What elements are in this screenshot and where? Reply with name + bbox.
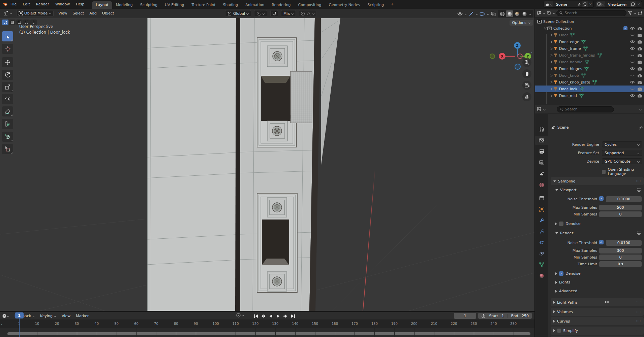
timeline-channels[interactable]	[0, 328, 534, 337]
vp-denoise-row[interactable]: Denoise	[555, 222, 581, 226]
playhead-line[interactable]	[19, 318, 20, 337]
tool-annotate[interactable]	[2, 106, 13, 116]
workspace-tab-compositing[interactable]: Compositing	[295, 1, 325, 9]
camera-visibility-icon[interactable]	[637, 80, 642, 84]
r-denoise-checkbox[interactable]: ✓	[559, 271, 563, 276]
eye-open-icon[interactable]	[630, 67, 635, 70]
outliner-row-door_mid[interactable]: Door_mid	[535, 92, 644, 99]
3d-viewport[interactable]: User Perspective (1) Collection | Door_l…	[0, 18, 534, 311]
chevron-right-icon[interactable]	[549, 81, 553, 84]
outliner-row-door_knob[interactable]: Door_knob	[535, 72, 644, 79]
panel-checkbox[interactable]	[557, 329, 561, 333]
workspace-tab-scripting[interactable]: Scripting	[364, 1, 388, 9]
blender-logo-icon[interactable]	[3, 2, 7, 7]
properties-editor-type-button[interactable]	[537, 107, 542, 112]
select-mode-extend[interactable]	[9, 20, 16, 25]
tool-shear-cut[interactable]	[2, 144, 13, 154]
camera-visibility-icon[interactable]	[637, 60, 642, 64]
snap-toggle-button[interactable]	[270, 10, 278, 17]
chevron-right-icon[interactable]	[549, 61, 553, 64]
gizmo-x-neg[interactable]	[517, 54, 523, 59]
properties-search[interactable]	[557, 106, 614, 112]
playhead-current-frame[interactable]: 1	[15, 312, 24, 318]
tool-select-box[interactable]	[2, 31, 13, 41]
workspace-tab-animation[interactable]: Animation	[242, 1, 268, 9]
eye-open-icon[interactable]	[630, 47, 635, 50]
tab-world[interactable]	[535, 180, 548, 190]
editor-type-button[interactable]	[1, 10, 14, 17]
tool-move[interactable]	[2, 57, 13, 67]
panel-curves[interactable]: Curves∷∷	[551, 317, 644, 325]
sidebar-collapse-arrow[interactable]: ‹	[531, 50, 532, 55]
eye-open-icon[interactable]	[630, 40, 635, 43]
collection-checkbox[interactable]: ✓	[623, 26, 627, 30]
camera-visibility-icon[interactable]	[637, 87, 642, 91]
timeline-menu-keying[interactable]: Keying	[37, 314, 59, 318]
eye-open-icon[interactable]	[630, 80, 635, 84]
row-lights[interactable]: Lights	[555, 280, 570, 284]
properties-options-chevron[interactable]	[639, 108, 642, 110]
tab-render[interactable]	[535, 136, 548, 145]
timeline-scrollbar[interactable]	[7, 332, 530, 335]
viewport-menu-select[interactable]: Select	[70, 11, 87, 15]
chevron-right-icon[interactable]	[549, 47, 553, 50]
pivot-point-dropdown[interactable]	[254, 10, 267, 17]
timeline-editor-type-button[interactable]	[2, 313, 7, 318]
end-frame-field[interactable]: End 250	[511, 314, 529, 318]
add-workspace-button[interactable]: +	[388, 1, 397, 8]
gizmo-y-neg[interactable]	[490, 54, 495, 59]
object-visibility-dropdown[interactable]	[457, 10, 463, 17]
current-frame-field[interactable]: 1	[454, 313, 476, 319]
workspace-tab-texture-paint[interactable]: Texture Paint	[188, 1, 219, 9]
options-dropdown[interactable]: Options	[510, 20, 533, 26]
timeline-expand-arrow[interactable]: ›	[1, 322, 2, 327]
vp-noise-threshold-checkbox[interactable]: ✓	[599, 196, 604, 201]
tool-measure[interactable]	[2, 119, 13, 129]
vp-noise-threshold-value[interactable]: 0.1000	[606, 196, 642, 202]
filter-icon[interactable]	[628, 11, 633, 15]
outliner-row-door_lock[interactable]: Door_lock	[535, 86, 644, 92]
outliner-row-collection[interactable]: Collection✓	[535, 25, 644, 32]
tab-physics[interactable]	[535, 238, 548, 247]
timeline-ruler[interactable]: 1102030405060708090100110120130140150160…	[0, 320, 534, 328]
chevron-right-icon[interactable]	[549, 94, 553, 97]
start-frame-field[interactable]: Start 1	[489, 314, 504, 318]
pan-hand-button[interactable]	[522, 69, 531, 78]
chevron-right-icon[interactable]	[549, 34, 553, 37]
play-reverse-button[interactable]	[267, 313, 274, 319]
tool-scale[interactable]	[2, 82, 13, 92]
ortho-toggle-button[interactable]	[522, 92, 531, 101]
time-limit-value[interactable]: 0 s	[599, 261, 642, 267]
mode-dropdown[interactable]: Object Mode	[16, 10, 54, 17]
feature-set-dropdown[interactable]: Supported	[602, 150, 642, 156]
camera-visibility-icon[interactable]	[637, 40, 642, 44]
tool-transform[interactable]	[2, 94, 13, 104]
chevron-right-icon[interactable]	[549, 40, 553, 43]
r-min-samples-value[interactable]: 0	[599, 255, 642, 260]
workspace-tab-layout[interactable]: Layout	[92, 1, 112, 9]
next-keyframe-button[interactable]	[282, 313, 289, 319]
properties-search-input[interactable]	[565, 107, 611, 111]
render-engine-dropdown[interactable]: Cycles	[602, 141, 642, 147]
shading-material-button[interactable]	[513, 10, 521, 17]
panel-light-paths[interactable]: Light Paths∷∷	[551, 298, 644, 306]
jump-to-end-button[interactable]	[289, 313, 297, 319]
workspace-tab-sculpting[interactable]: Sculpting	[136, 1, 161, 9]
outliner-display-mode-button[interactable]	[547, 11, 551, 15]
eye-closed-icon[interactable]	[630, 87, 635, 91]
menu-help[interactable]: Help	[73, 0, 87, 9]
camera-view-button[interactable]	[522, 81, 531, 90]
eye-closed-icon[interactable]	[630, 74, 635, 77]
scene-browse-button[interactable]	[544, 1, 553, 7]
outliner-row-door_frame_hinges[interactable]: Door_frame_hinges	[535, 52, 644, 59]
osl-checkbox[interactable]	[602, 170, 606, 174]
eye-closed-icon[interactable]	[630, 54, 635, 57]
subpanel-viewport[interactable]: Viewport	[555, 188, 641, 192]
vp-denoise-checkbox[interactable]	[559, 222, 563, 226]
zoom-button[interactable]	[522, 58, 531, 67]
camera-visibility-icon[interactable]	[637, 67, 642, 71]
viewport-menu-object[interactable]: Object	[99, 11, 117, 15]
shading-wireframe-button[interactable]	[498, 10, 506, 17]
r-noise-threshold-checkbox[interactable]: ✓	[599, 240, 604, 244]
tool-rotate[interactable]	[2, 70, 13, 80]
